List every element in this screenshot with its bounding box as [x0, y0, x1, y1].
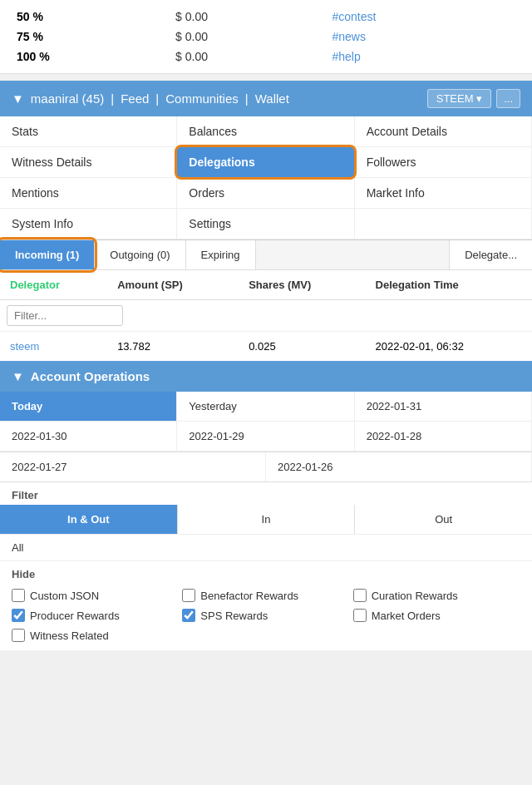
amount-50: $ 0.00: [169, 7, 325, 27]
tag-75[interactable]: #news: [326, 27, 523, 47]
checkbox-producer-rewards[interactable]: Producer Rewards: [12, 609, 179, 622]
date-jan31[interactable]: 2022-01-31: [355, 392, 532, 422]
checkbox-custom-json[interactable]: Custom JSON: [12, 589, 179, 602]
dropdown-triangle[interactable]: ▼: [12, 91, 24, 106]
checkbox-market-orders[interactable]: Market Orders: [353, 609, 520, 622]
filter-in-out[interactable]: In & Out: [0, 505, 178, 534]
date-grid: Today Yesterday 2022-01-31 2022-01-30 20…: [0, 392, 532, 452]
witness-related-checkbox[interactable]: [12, 629, 25, 642]
nav-menu: Stats Balances Account Details Witness D…: [0, 116, 532, 240]
nav-account-details[interactable]: Account Details: [355, 116, 532, 147]
filter-tabs: In & Out In Out: [0, 505, 532, 535]
filter-label: Filter: [0, 482, 532, 505]
feed-link[interactable]: Feed: [121, 91, 149, 106]
checkbox-sps-rewards[interactable]: SPS Rewards: [182, 609, 349, 622]
tag-50[interactable]: #contest: [326, 7, 523, 27]
filter-out[interactable]: Out: [355, 505, 532, 534]
account-ops-title: Account Operations: [31, 369, 150, 383]
user-header-right: STEEM ▾ ...: [427, 89, 520, 108]
username[interactable]: maaniral (45): [31, 91, 104, 106]
nav-mentions[interactable]: Mentions: [0, 178, 177, 209]
nav-orders[interactable]: Orders: [177, 178, 354, 209]
col-delegator: Delegator: [0, 270, 107, 300]
date-jan28[interactable]: 2022-01-28: [355, 422, 532, 452]
sep1: |: [111, 91, 114, 106]
tab-expiring[interactable]: Expiring: [186, 240, 256, 269]
pct-50: 50 %: [10, 7, 169, 27]
checkbox-curation-rewards[interactable]: Curation Rewards: [353, 589, 520, 602]
amount-75: $ 0.00: [169, 27, 325, 47]
date-jan30[interactable]: 2022-01-30: [0, 422, 177, 452]
table-row: steem 13.782 0.025 2022-02-01, 06:32: [0, 332, 532, 362]
producer-rewards-checkbox[interactable]: [12, 609, 25, 622]
checkbox-benefactor-rewards[interactable]: Benefactor Rewards: [182, 589, 349, 602]
delegation-time: 2022-02-01, 06:32: [366, 332, 532, 362]
nav-settings[interactable]: Settings: [177, 209, 354, 239]
checkbox-witness-related[interactable]: Witness Related: [12, 629, 179, 642]
wallet-link[interactable]: Wallet: [255, 91, 289, 106]
witness-related-label: Witness Related: [30, 629, 109, 642]
delegation-tabs: Incoming (1) Outgoing (0) Expiring Deleg…: [0, 240, 532, 270]
delegation-shares: 0.025: [239, 332, 365, 362]
pct-100: 100 %: [10, 47, 169, 67]
date-jan29[interactable]: 2022-01-29: [177, 422, 354, 452]
custom-json-label: Custom JSON: [30, 590, 99, 602]
sps-rewards-checkbox[interactable]: [182, 609, 195, 622]
market-orders-label: Market Orders: [372, 610, 441, 622]
pct-75: 75 %: [10, 27, 169, 47]
all-filter: All: [0, 535, 532, 561]
sep3: |: [245, 91, 249, 106]
delegation-table: Delegator Amount (SP) Shares (MV) Delega…: [0, 270, 532, 361]
nav-system-info[interactable]: System Info: [0, 209, 177, 239]
percentage-table: 50 % $ 0.00 #contest 75 % $ 0.00 #news 1…: [10, 7, 522, 67]
hide-label: Hide: [0, 561, 532, 584]
date-jan26[interactable]: 2022-01-26: [266, 452, 532, 481]
col-shares: Shares (MV): [239, 270, 365, 300]
col-time: Delegation Time: [366, 270, 532, 300]
amount-100: $ 0.00: [169, 47, 325, 67]
curation-rewards-label: Curation Rewards: [372, 590, 458, 602]
producer-rewards-label: Producer Rewards: [30, 610, 120, 622]
date-today[interactable]: Today: [0, 392, 177, 422]
delegator-name[interactable]: steem: [0, 332, 107, 362]
nav-empty: [355, 209, 532, 239]
nav-followers[interactable]: Followers: [355, 147, 532, 178]
tab-delegate[interactable]: Delegate...: [449, 240, 532, 269]
steem-button[interactable]: STEEM ▾: [427, 89, 491, 108]
user-header-left: ▼ maaniral (45) | Feed | Communities | W…: [12, 91, 289, 106]
tag-100[interactable]: #help: [326, 47, 523, 67]
date-jan27[interactable]: 2022-01-27: [0, 452, 266, 481]
more-options-button[interactable]: ...: [496, 89, 520, 108]
communities-link[interactable]: Communities: [165, 91, 239, 106]
nav-balances[interactable]: Balances: [177, 116, 354, 147]
nav-delegations[interactable]: Delegations: [177, 147, 354, 178]
filter-row: [0, 300, 532, 332]
filter-in[interactable]: In: [178, 505, 356, 534]
tab-outgoing[interactable]: Outgoing (0): [95, 240, 185, 269]
tab-incoming[interactable]: Incoming (1): [0, 240, 95, 269]
checkboxes-grid: Custom JSON Benefactor Rewards Curation …: [0, 584, 532, 650]
benefactor-rewards-checkbox[interactable]: [182, 589, 195, 602]
user-header: ▼ maaniral (45) | Feed | Communities | W…: [0, 81, 532, 116]
col-amount: Amount (SP): [107, 270, 239, 300]
table-header-row: Delegator Amount (SP) Shares (MV) Delega…: [0, 270, 532, 300]
sep2: |: [155, 91, 159, 106]
sps-rewards-label: SPS Rewards: [200, 610, 268, 622]
nav-market-info[interactable]: Market Info: [355, 178, 532, 209]
delegator-filter-input[interactable]: [7, 305, 123, 326]
account-ops-triangle[interactable]: ▼: [12, 369, 24, 383]
delegation-amount: 13.782: [107, 332, 239, 362]
curation-rewards-checkbox[interactable]: [353, 589, 367, 602]
account-operations-header: ▼ Account Operations: [0, 361, 532, 392]
market-orders-checkbox[interactable]: [353, 609, 367, 622]
benefactor-rewards-label: Benefactor Rewards: [200, 590, 298, 602]
date-yesterday[interactable]: Yesterday: [177, 392, 354, 422]
nav-witness-details[interactable]: Witness Details: [0, 147, 177, 178]
nav-stats[interactable]: Stats: [0, 116, 177, 147]
top-section: 50 % $ 0.00 #contest 75 % $ 0.00 #news 1…: [0, 0, 532, 74]
custom-json-checkbox[interactable]: [12, 589, 25, 602]
date-row-2: 2022-01-27 2022-01-26: [0, 452, 532, 482]
